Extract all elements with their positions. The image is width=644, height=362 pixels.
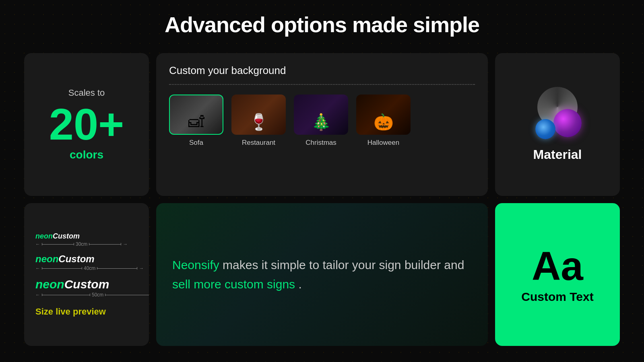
neonsify-paragraph: Neonsify makes it simple to tailor your … xyxy=(172,255,472,294)
bg-img-christmas xyxy=(294,95,348,135)
bg-option-christmas[interactable]: Christmas xyxy=(294,95,348,147)
material-icon xyxy=(531,87,584,139)
size-preview-label: Size live preview xyxy=(35,306,138,317)
neonsify-period: . xyxy=(298,278,301,291)
big-number: 20+ xyxy=(49,102,124,146)
card-size: neonCustom ← 30cm → neonCustom xyxy=(24,203,149,346)
arrow-right-40: → xyxy=(139,265,144,271)
colors-label: colors xyxy=(70,148,103,161)
ruler-line-40b xyxy=(97,268,137,269)
ruler-50: ← 50cm → xyxy=(35,292,149,298)
bg-label-halloween: Halloween xyxy=(367,139,399,147)
bg-option-halloween[interactable]: Halloween xyxy=(356,95,411,147)
custom-text-40: Custom xyxy=(58,253,94,264)
custom-text-label: Custom Text xyxy=(521,290,593,304)
scales-label: Scales to xyxy=(68,88,105,98)
ruler-line-30b xyxy=(89,244,121,245)
size-item-50: neonCustom ← 50cm → xyxy=(35,278,138,298)
size-text-30: neonCustom xyxy=(35,232,80,241)
card-custom-text: Aa Custom Text xyxy=(495,203,620,346)
neonsify-highlight: sell more custom signs xyxy=(172,278,295,291)
arrow-left-30: ← xyxy=(35,241,40,247)
material-label: Material xyxy=(533,147,582,162)
page-title: Advanced options made simple xyxy=(165,12,479,37)
card-neonsify: Neonsify makes it simple to tailor your … xyxy=(156,203,488,346)
bg-img-restaurant xyxy=(231,95,286,135)
bg-img-sofa xyxy=(169,95,223,135)
brand-name: Neonsify xyxy=(172,258,219,272)
main-grid: Scales to 20+ colors Custom your backgro… xyxy=(24,53,620,346)
arrow-right-30: → xyxy=(123,241,128,247)
size-text-50: neonCustom xyxy=(35,278,109,291)
ruler-line-50b xyxy=(105,295,149,295)
ruler-40: ← 40cm → xyxy=(35,265,144,271)
size-items: neonCustom ← 30cm → neonCustom xyxy=(35,232,138,298)
size-item-40: neonCustom ← 40cm → xyxy=(35,253,138,271)
card-background: Custom your background Sofa Restaurant C… xyxy=(156,53,488,196)
custom-text-30: Custom xyxy=(53,232,80,240)
card-scales: Scales to 20+ colors xyxy=(24,53,149,196)
bg-option-sofa[interactable]: Sofa xyxy=(169,95,223,147)
ruler-30: ← 30cm → xyxy=(35,241,128,247)
custom-text-50: Custom xyxy=(64,278,109,291)
neon-text-30: neon xyxy=(35,232,53,240)
arrow-left-50: ← xyxy=(35,292,40,298)
ruler-value-30: 30cm xyxy=(76,241,87,247)
bg-options: Sofa Restaurant Christmas Halloween xyxy=(169,95,475,147)
ruler-value-40: 40cm xyxy=(84,265,95,271)
ruler-line-50 xyxy=(42,295,90,295)
neonsify-middle-text: makes it simple to tailor your sign buil… xyxy=(223,258,464,272)
neon-text-50: neon xyxy=(35,278,64,291)
divider xyxy=(169,84,475,85)
ruler-value-50: 50cm xyxy=(92,292,103,298)
custom-text-aa: Aa xyxy=(532,246,583,286)
ruler-line-40 xyxy=(42,268,82,269)
page-wrapper: Advanced options made simple Scales to 2… xyxy=(0,0,644,362)
bg-label-sofa: Sofa xyxy=(189,139,203,147)
material-sphere-purple xyxy=(553,109,582,137)
bg-img-halloween xyxy=(356,95,411,135)
card-material: Material xyxy=(495,53,620,196)
size-item-30: neonCustom ← 30cm → xyxy=(35,232,138,247)
bg-option-restaurant[interactable]: Restaurant xyxy=(231,95,286,147)
background-section-title: Custom your background xyxy=(169,64,475,77)
bg-label-christmas: Christmas xyxy=(305,139,336,147)
ruler-line-30 xyxy=(42,244,74,245)
neon-text-40: neon xyxy=(35,253,58,264)
material-sphere-blue xyxy=(535,119,555,139)
bg-label-restaurant: Restaurant xyxy=(242,139,275,147)
arrow-left-40: ← xyxy=(35,265,40,271)
size-text-40: neonCustom xyxy=(35,253,95,265)
